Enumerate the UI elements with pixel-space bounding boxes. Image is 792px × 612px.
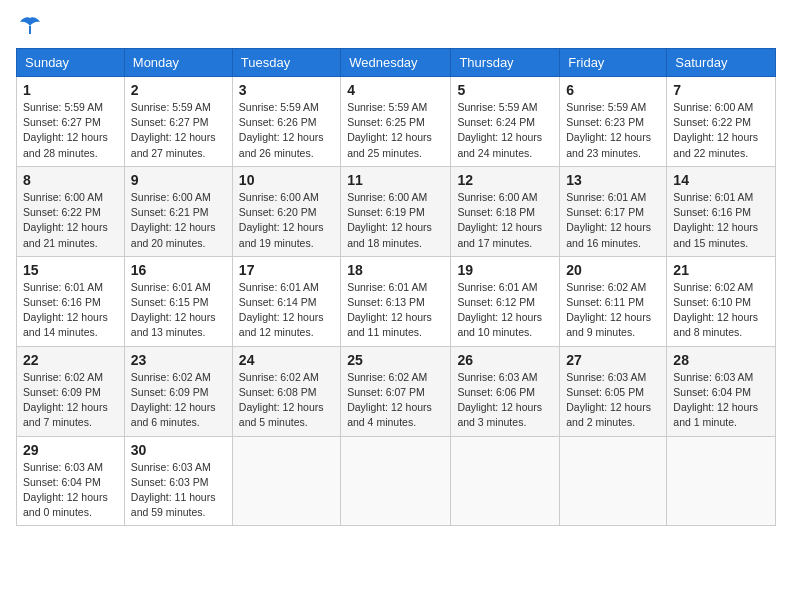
day-detail: Sunrise: 6:01 AMSunset: 6:16 PMDaylight:…: [23, 281, 108, 339]
day-detail: Sunrise: 6:02 AMSunset: 6:10 PMDaylight:…: [673, 281, 758, 339]
calendar-cell: 26Sunrise: 6:03 AMSunset: 6:06 PMDayligh…: [451, 346, 560, 436]
calendar-week-1: 1Sunrise: 5:59 AMSunset: 6:27 PMDaylight…: [17, 77, 776, 167]
day-detail: Sunrise: 6:01 AMSunset: 6:13 PMDaylight:…: [347, 281, 432, 339]
day-number: 10: [239, 172, 334, 188]
day-number: 13: [566, 172, 660, 188]
weekday-header-sunday: Sunday: [17, 49, 125, 77]
day-number: 12: [457, 172, 553, 188]
day-detail: Sunrise: 5:59 AMSunset: 6:27 PMDaylight:…: [23, 101, 108, 159]
logo: [16, 16, 44, 36]
day-detail: Sunrise: 6:03 AMSunset: 6:03 PMDaylight:…: [131, 461, 216, 519]
day-number: 6: [566, 82, 660, 98]
day-detail: Sunrise: 5:59 AMSunset: 6:26 PMDaylight:…: [239, 101, 324, 159]
day-detail: Sunrise: 6:03 AMSunset: 6:04 PMDaylight:…: [23, 461, 108, 519]
calendar-cell: 14Sunrise: 6:01 AMSunset: 6:16 PMDayligh…: [667, 166, 776, 256]
day-number: 17: [239, 262, 334, 278]
calendar-cell: 23Sunrise: 6:02 AMSunset: 6:09 PMDayligh…: [124, 346, 232, 436]
calendar-cell: 11Sunrise: 6:00 AMSunset: 6:19 PMDayligh…: [341, 166, 451, 256]
calendar-cell: 29Sunrise: 6:03 AMSunset: 6:04 PMDayligh…: [17, 436, 125, 526]
day-number: 3: [239, 82, 334, 98]
day-detail: Sunrise: 6:03 AMSunset: 6:06 PMDaylight:…: [457, 371, 542, 429]
day-detail: Sunrise: 6:02 AMSunset: 6:09 PMDaylight:…: [23, 371, 108, 429]
day-detail: Sunrise: 6:00 AMSunset: 6:21 PMDaylight:…: [131, 191, 216, 249]
day-number: 4: [347, 82, 444, 98]
weekday-header-tuesday: Tuesday: [232, 49, 340, 77]
day-number: 16: [131, 262, 226, 278]
day-number: 30: [131, 442, 226, 458]
calendar-cell: [232, 436, 340, 526]
calendar-cell: 19Sunrise: 6:01 AMSunset: 6:12 PMDayligh…: [451, 256, 560, 346]
day-number: 5: [457, 82, 553, 98]
day-number: 24: [239, 352, 334, 368]
day-number: 19: [457, 262, 553, 278]
day-number: 11: [347, 172, 444, 188]
calendar-cell: 7Sunrise: 6:00 AMSunset: 6:22 PMDaylight…: [667, 77, 776, 167]
day-number: 26: [457, 352, 553, 368]
day-number: 20: [566, 262, 660, 278]
weekday-header-friday: Friday: [560, 49, 667, 77]
day-number: 1: [23, 82, 118, 98]
day-detail: Sunrise: 6:01 AMSunset: 6:14 PMDaylight:…: [239, 281, 324, 339]
calendar-cell: [560, 436, 667, 526]
calendar-cell: 6Sunrise: 5:59 AMSunset: 6:23 PMDaylight…: [560, 77, 667, 167]
day-number: 21: [673, 262, 769, 278]
logo-bird-icon: [18, 16, 42, 36]
calendar-cell: [667, 436, 776, 526]
calendar-cell: 21Sunrise: 6:02 AMSunset: 6:10 PMDayligh…: [667, 256, 776, 346]
day-detail: Sunrise: 6:02 AMSunset: 6:08 PMDaylight:…: [239, 371, 324, 429]
day-number: 18: [347, 262, 444, 278]
calendar-cell: [341, 436, 451, 526]
weekday-header-monday: Monday: [124, 49, 232, 77]
day-detail: Sunrise: 6:03 AMSunset: 6:04 PMDaylight:…: [673, 371, 758, 429]
calendar-table: SundayMondayTuesdayWednesdayThursdayFrid…: [16, 48, 776, 526]
day-number: 2: [131, 82, 226, 98]
calendar-cell: 16Sunrise: 6:01 AMSunset: 6:15 PMDayligh…: [124, 256, 232, 346]
day-detail: Sunrise: 6:00 AMSunset: 6:18 PMDaylight:…: [457, 191, 542, 249]
weekday-header-wednesday: Wednesday: [341, 49, 451, 77]
calendar-cell: 13Sunrise: 6:01 AMSunset: 6:17 PMDayligh…: [560, 166, 667, 256]
calendar-cell: 3Sunrise: 5:59 AMSunset: 6:26 PMDaylight…: [232, 77, 340, 167]
day-detail: Sunrise: 6:01 AMSunset: 6:16 PMDaylight:…: [673, 191, 758, 249]
calendar-cell: 18Sunrise: 6:01 AMSunset: 6:13 PMDayligh…: [341, 256, 451, 346]
day-number: 27: [566, 352, 660, 368]
calendar-week-4: 22Sunrise: 6:02 AMSunset: 6:09 PMDayligh…: [17, 346, 776, 436]
day-detail: Sunrise: 6:02 AMSunset: 6:09 PMDaylight:…: [131, 371, 216, 429]
weekday-header-thursday: Thursday: [451, 49, 560, 77]
calendar-cell: 27Sunrise: 6:03 AMSunset: 6:05 PMDayligh…: [560, 346, 667, 436]
calendar-cell: 17Sunrise: 6:01 AMSunset: 6:14 PMDayligh…: [232, 256, 340, 346]
day-detail: Sunrise: 6:03 AMSunset: 6:05 PMDaylight:…: [566, 371, 651, 429]
day-detail: Sunrise: 5:59 AMSunset: 6:25 PMDaylight:…: [347, 101, 432, 159]
day-detail: Sunrise: 6:01 AMSunset: 6:15 PMDaylight:…: [131, 281, 216, 339]
day-number: 28: [673, 352, 769, 368]
day-detail: Sunrise: 6:00 AMSunset: 6:22 PMDaylight:…: [23, 191, 108, 249]
day-detail: Sunrise: 5:59 AMSunset: 6:24 PMDaylight:…: [457, 101, 542, 159]
day-detail: Sunrise: 6:02 AMSunset: 6:07 PMDaylight:…: [347, 371, 432, 429]
calendar-cell: 9Sunrise: 6:00 AMSunset: 6:21 PMDaylight…: [124, 166, 232, 256]
day-detail: Sunrise: 6:00 AMSunset: 6:19 PMDaylight:…: [347, 191, 432, 249]
weekday-header-saturday: Saturday: [667, 49, 776, 77]
day-detail: Sunrise: 6:02 AMSunset: 6:11 PMDaylight:…: [566, 281, 651, 339]
day-detail: Sunrise: 5:59 AMSunset: 6:23 PMDaylight:…: [566, 101, 651, 159]
calendar-cell: 25Sunrise: 6:02 AMSunset: 6:07 PMDayligh…: [341, 346, 451, 436]
day-detail: Sunrise: 6:01 AMSunset: 6:12 PMDaylight:…: [457, 281, 542, 339]
day-number: 22: [23, 352, 118, 368]
day-number: 29: [23, 442, 118, 458]
day-detail: Sunrise: 5:59 AMSunset: 6:27 PMDaylight:…: [131, 101, 216, 159]
day-number: 9: [131, 172, 226, 188]
calendar-cell: 2Sunrise: 5:59 AMSunset: 6:27 PMDaylight…: [124, 77, 232, 167]
calendar-week-3: 15Sunrise: 6:01 AMSunset: 6:16 PMDayligh…: [17, 256, 776, 346]
calendar-week-5: 29Sunrise: 6:03 AMSunset: 6:04 PMDayligh…: [17, 436, 776, 526]
calendar-cell: 5Sunrise: 5:59 AMSunset: 6:24 PMDaylight…: [451, 77, 560, 167]
day-number: 7: [673, 82, 769, 98]
calendar-cell: 24Sunrise: 6:02 AMSunset: 6:08 PMDayligh…: [232, 346, 340, 436]
calendar-cell: 15Sunrise: 6:01 AMSunset: 6:16 PMDayligh…: [17, 256, 125, 346]
day-number: 14: [673, 172, 769, 188]
day-detail: Sunrise: 6:00 AMSunset: 6:22 PMDaylight:…: [673, 101, 758, 159]
page-header: [16, 16, 776, 36]
calendar-cell: 10Sunrise: 6:00 AMSunset: 6:20 PMDayligh…: [232, 166, 340, 256]
calendar-cell: [451, 436, 560, 526]
calendar-cell: 8Sunrise: 6:00 AMSunset: 6:22 PMDaylight…: [17, 166, 125, 256]
day-number: 25: [347, 352, 444, 368]
calendar-week-2: 8Sunrise: 6:00 AMSunset: 6:22 PMDaylight…: [17, 166, 776, 256]
day-number: 15: [23, 262, 118, 278]
